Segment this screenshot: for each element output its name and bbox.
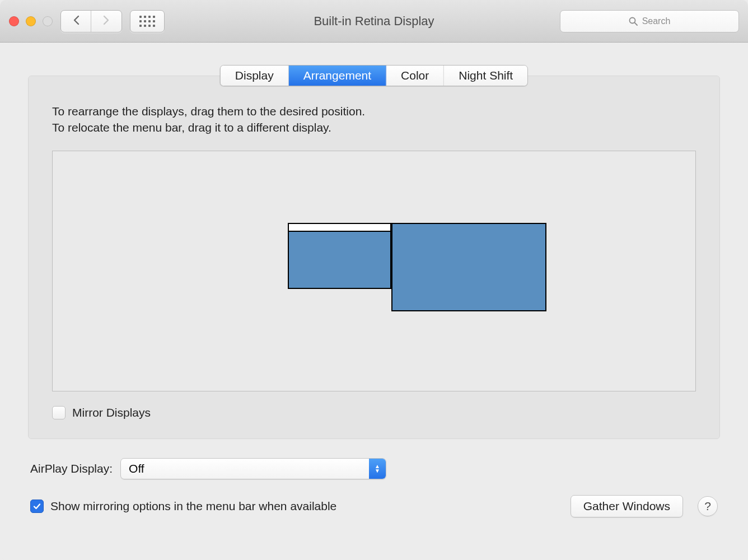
show-mirroring-label: Show mirroring options in the menu bar w… [50,500,336,513]
close-icon[interactable] [9,16,19,26]
show-all-button[interactable] [130,10,165,32]
instruction-line-1: To rearrange the displays, drag them to … [52,103,696,119]
display-secondary[interactable] [391,223,546,311]
airplay-popup[interactable]: Off ▲ ▼ [120,458,386,479]
airplay-row: AirPlay Display: Off ▲ ▼ [30,458,718,479]
back-button[interactable] [61,11,91,32]
help-button[interactable]: ? [698,496,718,516]
instructions: To rearrange the displays, drag them to … [52,103,696,136]
tab-arrangement[interactable]: Arrangement [289,66,386,86]
titlebar: Built-in Retina Display Search [0,0,748,43]
traffic-lights [9,16,53,26]
tab-display[interactable]: Display [221,66,289,86]
tab-night-shift[interactable]: Night Shift [444,66,527,86]
gather-windows-button[interactable]: Gather Windows [571,495,683,517]
grid-icon [139,16,155,27]
below-panel: AirPlay Display: Off ▲ ▼ Show mirroring … [28,458,720,517]
instruction-line-2: To relocate the menu bar, drag it to a d… [52,119,696,136]
mirror-displays-row: Mirror Displays [52,406,696,419]
content: Display Arrangement Color Night Shift To… [0,43,748,534]
forward-button [91,11,121,32]
airplay-label: AirPlay Display: [30,462,113,475]
search-icon [629,17,638,26]
arrangement-panel: To rearrange the displays, drag them to … [28,76,720,439]
search-placeholder: Search [642,16,671,26]
display-primary[interactable] [288,223,391,289]
chevron-right-icon [102,15,110,27]
mirror-displays-checkbox[interactable] [52,406,66,419]
svg-line-1 [634,22,637,25]
airplay-value: Off [121,462,369,475]
nav-segment [60,10,122,32]
chevron-left-icon [72,15,80,27]
updown-icon: ▲ ▼ [369,459,386,479]
minimize-icon[interactable] [26,16,36,26]
bottom-row: Show mirroring options in the menu bar w… [30,495,718,517]
display-arrangement-area[interactable] [52,151,696,391]
preferences-window: Built-in Retina Display Search Display A… [0,0,748,560]
tab-segment: Display Arrangement Color Night Shift [220,65,528,86]
mirror-displays-label: Mirror Displays [72,406,151,419]
tab-color[interactable]: Color [386,66,444,86]
menu-bar-handle[interactable] [289,224,390,232]
search-input[interactable]: Search [560,10,739,32]
show-mirroring-checkbox[interactable] [30,500,44,513]
zoom-icon [43,16,53,26]
